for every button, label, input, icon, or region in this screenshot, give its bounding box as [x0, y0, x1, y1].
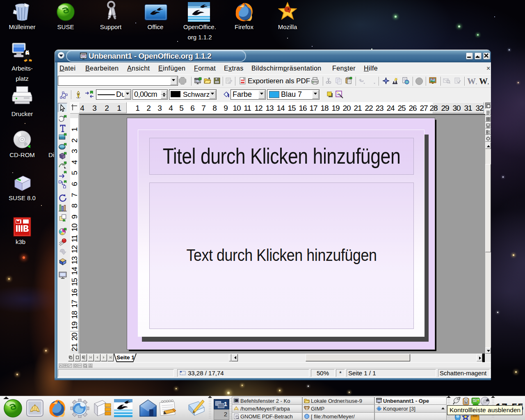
svg-text:k: k: [465, 400, 467, 404]
